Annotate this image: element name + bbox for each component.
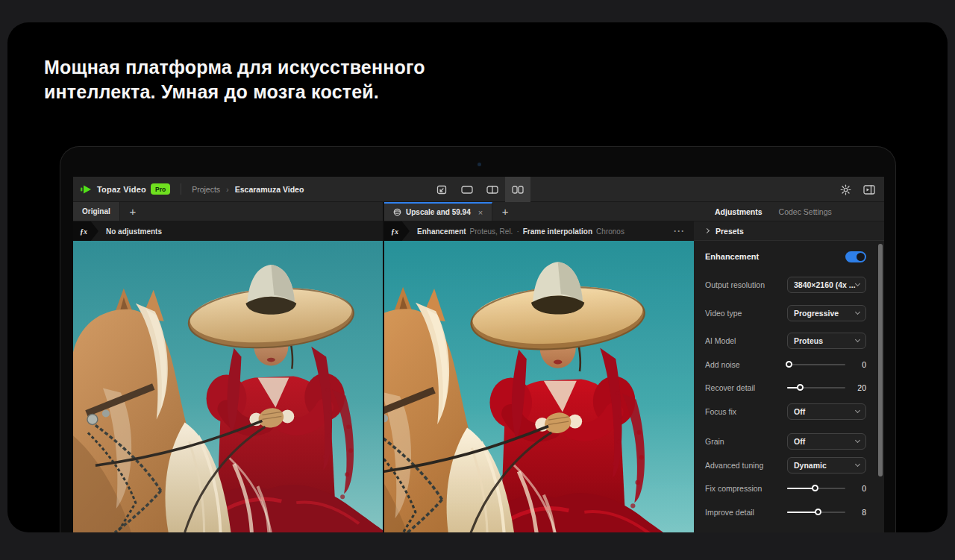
slider-knob[interactable]	[797, 384, 804, 391]
filter-separator: ·	[516, 227, 519, 236]
view-fit-icon	[436, 185, 447, 195]
dropdown-select[interactable]: Dynamic	[787, 457, 866, 474]
slider[interactable]	[787, 384, 845, 391]
brand-logo: Topaz Video Pro	[73, 183, 179, 195]
chevron-down-icon	[855, 438, 860, 443]
slider-control: 8	[787, 508, 866, 517]
chevron-down-icon	[855, 337, 860, 342]
breadcrumb-current: Escaramuza Video	[235, 185, 304, 194]
marketing-card: Мощная платформа для искусственного инте…	[7, 22, 948, 532]
slider-control: 0	[787, 484, 866, 493]
tab-adjustments[interactable]: Adjustments	[715, 207, 763, 216]
select-value: Dynamic	[794, 461, 856, 470]
dropdown-select[interactable]: Progressive	[787, 305, 866, 321]
enhancement-toggle-row: Enhancement	[705, 248, 866, 265]
slider-value: 0	[845, 484, 866, 493]
tab-close-icon[interactable]: ×	[478, 208, 483, 217]
slider-knob[interactable]	[815, 509, 821, 515]
select-value: Progressive	[794, 309, 856, 318]
presets-row[interactable]: Presets	[694, 221, 884, 241]
panel-control-row: AI Model Proteus	[705, 333, 866, 349]
brand-play-icon	[81, 185, 93, 194]
slider-knob[interactable]	[812, 485, 818, 491]
header-divider	[181, 183, 181, 195]
view-split-icon	[486, 186, 498, 194]
control-label: Video type	[705, 309, 787, 318]
preview-tab-strip: Upscale and 59.94 × +	[384, 202, 694, 221]
slider-control: 20	[787, 383, 866, 392]
panel-control-row: Advanced tuning Dynamic	[705, 457, 866, 474]
chevron-down-icon	[855, 462, 860, 467]
toolbars: ƒx No adjustments ƒx Enhancement Proteus…	[73, 221, 884, 241]
slider-value: 8	[845, 508, 866, 517]
dropdown-select[interactable]: Proteus	[787, 333, 866, 349]
control-label: Improve detail	[705, 508, 787, 517]
view-mode-switcher	[429, 177, 530, 202]
view-side-by-side-icon	[512, 186, 524, 194]
preview-toolbar: ƒx Enhancement Proteus, Rel. · Frame int…	[384, 221, 694, 241]
add-tab-button[interactable]: +	[120, 202, 145, 221]
chevron-down-icon	[855, 309, 860, 315]
tab-codec-settings[interactable]: Codec Settings	[779, 207, 832, 216]
panel-control-row: Video type Progressive	[705, 305, 866, 321]
panel-tab-strip: Adjustments Codec Settings	[694, 202, 884, 221]
slider-value: 20	[845, 383, 866, 392]
no-adjustments-label: No adjustments	[106, 227, 162, 236]
add-tab-button[interactable]: +	[492, 202, 518, 221]
chevron-right-icon	[704, 228, 710, 233]
header-actions	[840, 177, 878, 202]
select-value: Off	[794, 407, 856, 416]
control-label: AI Model	[705, 336, 787, 345]
control-label: Advanced tuning	[705, 461, 787, 470]
original-toolbar: ƒx No adjustments	[73, 221, 383, 241]
panel-control-row: Focus fix Off	[705, 403, 866, 420]
brand-name: Topaz Video	[97, 185, 146, 194]
control-label: Fix compression	[705, 484, 787, 493]
interpolation-filter-label[interactable]: Frame interpolation	[523, 227, 592, 236]
enhancement-toggle[interactable]	[845, 251, 866, 262]
view-single-button[interactable]	[454, 177, 480, 202]
view-fit-button[interactable]	[429, 177, 454, 202]
view-single-icon	[461, 186, 473, 194]
slider[interactable]	[787, 485, 845, 492]
settings-gear-icon[interactable]	[840, 184, 851, 195]
panel-control-row: Add noise 0	[705, 356, 866, 373]
preview-video-image	[384, 241, 694, 532]
slider[interactable]	[787, 361, 845, 368]
dropdown-select[interactable]: 3840×2160 (4x ...	[787, 277, 866, 293]
dropdown-select[interactable]: Off	[787, 433, 866, 450]
video-frame-original[interactable]	[73, 241, 383, 532]
tab-strips: Original + Upscale and 59.94 × +	[73, 202, 884, 221]
enhancement-filter-label[interactable]: Enhancement	[417, 227, 466, 236]
original-tab-strip: Original +	[73, 202, 383, 221]
slider[interactable]	[787, 509, 845, 516]
panel-scrollbar[interactable]	[878, 244, 883, 476]
sphere-icon	[393, 208, 401, 216]
dropdown-select[interactable]: Off	[787, 403, 866, 420]
view-split-button[interactable]	[480, 177, 505, 202]
slider-knob[interactable]	[786, 361, 792, 368]
control-label: Focus fix	[705, 407, 787, 416]
slider-value: 0	[845, 360, 866, 369]
video-frame-preview[interactable]	[384, 241, 694, 532]
tab-upscale[interactable]: Upscale and 59.94 ×	[384, 202, 492, 221]
slider-fill	[787, 488, 815, 489]
fx-icon: ƒx	[73, 221, 98, 241]
panel-control-row: Grain Off	[705, 433, 866, 450]
control-label: Recover detail	[705, 383, 787, 392]
breadcrumb-projects[interactable]: Projects	[192, 185, 220, 194]
more-options-icon[interactable]: ···	[674, 226, 685, 236]
presets-label: Presets	[716, 227, 744, 236]
export-panel-icon[interactable]	[863, 185, 875, 195]
select-value: 3840×2160 (4x ...	[794, 280, 856, 289]
toggle-knob	[857, 253, 865, 261]
panel-control-row: Recover detail 20	[705, 380, 866, 396]
original-video-image	[73, 241, 383, 532]
page-title: Мощная платформа для искусственного инте…	[44, 55, 522, 104]
view-side-by-side-button[interactable]	[505, 177, 530, 202]
interpolation-filter-value: Chronos	[596, 227, 624, 236]
app-window: Topaz Video Pro Projects › Escaramuza Vi…	[73, 177, 884, 532]
select-value: Proteus	[794, 336, 856, 345]
tab-original[interactable]: Original	[73, 202, 120, 221]
chevron-down-icon	[855, 281, 860, 286]
